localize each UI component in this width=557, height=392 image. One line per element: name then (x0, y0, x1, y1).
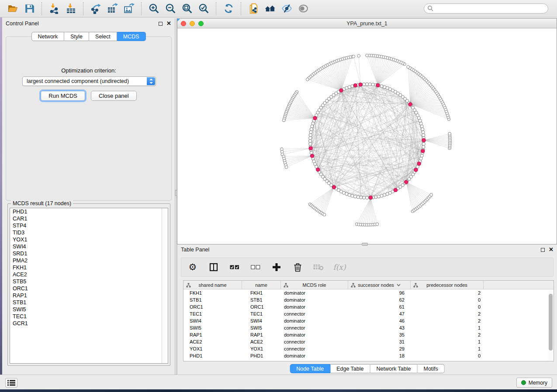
ring-node[interactable] (353, 195, 356, 198)
run-mcds-button[interactable]: Run MCDS (41, 91, 85, 101)
tab-node-table[interactable]: Node Table (290, 364, 330, 373)
select-all-icon[interactable] (229, 262, 240, 272)
close-panel-button[interactable]: Close panel (91, 91, 137, 101)
network-window-titlebar[interactable]: YPA_prune.txt_1 (177, 19, 557, 28)
ring-node[interactable] (365, 83, 368, 86)
ring-node[interactable] (419, 157, 422, 160)
minimize-window-icon[interactable] (190, 21, 195, 26)
ring-node[interactable] (309, 131, 312, 134)
ring-node[interactable] (356, 196, 360, 199)
column-header-MCDS-role[interactable]: MCDS role (281, 281, 348, 289)
mcds-result-node[interactable]: SWI5 (10, 306, 168, 313)
mcds-result-node[interactable]: TEC1 (10, 313, 168, 320)
gear-icon[interactable]: ⚙ (187, 262, 198, 272)
dominator-node[interactable] (310, 154, 314, 158)
show-hidden-eye-icon[interactable] (297, 2, 310, 15)
ring-node[interactable] (420, 125, 423, 128)
hide-selected-eye-icon[interactable] (280, 2, 293, 15)
table-row[interactable]: ORC1ORC1dominator610 (183, 303, 554, 310)
ring-node[interactable] (371, 83, 374, 86)
column-header-successor-nodes[interactable]: successor nodes (348, 281, 411, 289)
table-scrollbar-thumb[interactable] (549, 294, 553, 351)
dominator-node[interactable] (421, 149, 425, 153)
search-input[interactable] (424, 3, 548, 14)
leaf-node[interactable] (376, 223, 379, 226)
ring-node[interactable] (310, 151, 313, 154)
table-row[interactable]: RAP1RAP1dominator352 (183, 331, 554, 338)
ring-node[interactable] (380, 85, 383, 88)
dominator-node[interactable] (394, 188, 397, 192)
mcds-result-node[interactable]: RAP1 (10, 292, 168, 299)
mcds-result-node[interactable]: STP4 (10, 222, 168, 229)
tab-network-table[interactable]: Network Table (370, 364, 418, 373)
mcds-result-node[interactable]: YOX1 (10, 236, 168, 243)
mcds-list-scrollbar[interactable] (162, 208, 168, 363)
ring-node[interactable] (422, 134, 425, 137)
table-row[interactable]: FKH1FKH1dominator962 (183, 289, 554, 296)
ring-node[interactable] (309, 142, 312, 145)
table-row[interactable]: TEC1TEC1connector472 (183, 310, 554, 317)
ring-node[interactable] (310, 127, 313, 131)
ring-node[interactable] (422, 131, 425, 134)
save-icon[interactable] (23, 2, 36, 15)
float-panel-icon[interactable] (159, 22, 163, 26)
ring-node[interactable] (377, 195, 380, 198)
leaf-node[interactable] (430, 193, 433, 196)
ring-node[interactable] (421, 127, 424, 131)
ring-node[interactable] (383, 86, 386, 89)
task-history-button[interactable] (5, 378, 17, 388)
dominator-node[interactable] (369, 196, 373, 199)
ring-node[interactable] (311, 125, 314, 128)
unselect-all-icon[interactable] (250, 262, 261, 272)
leaf-node[interactable] (407, 65, 410, 69)
ring-node[interactable] (309, 137, 312, 140)
dominator-node[interactable] (353, 84, 357, 87)
mcds-result-node[interactable]: FKH1 (10, 264, 168, 271)
open-folder-icon[interactable] (6, 2, 19, 15)
horizontal-splitter-knob[interactable] (362, 243, 368, 246)
column-header-predecessor-nodes[interactable]: predecessor nodes (411, 281, 484, 289)
export-image-icon[interactable] (122, 2, 135, 15)
leaf-node[interactable] (306, 78, 309, 81)
table-row[interactable]: SWI5SWI5connector431 (183, 324, 554, 331)
ring-node[interactable] (374, 196, 377, 199)
network-canvas[interactable] (177, 28, 557, 244)
tab-select[interactable]: Select (89, 32, 117, 41)
column-header-shared-name[interactable]: shared name (183, 281, 242, 289)
mcds-result-node[interactable]: PMA2 (10, 257, 168, 264)
dominator-node[interactable] (339, 89, 343, 92)
mcds-result-node[interactable]: ACE2 (10, 271, 168, 278)
table-row[interactable]: PHD1PHD1dominator180 (183, 352, 554, 359)
import-network-icon[interactable] (48, 2, 61, 15)
ring-node[interactable] (308, 139, 311, 142)
ring-node[interactable] (309, 134, 312, 137)
dominator-node[interactable] (414, 168, 418, 172)
mcds-result-node[interactable]: CAR1 (10, 215, 168, 222)
zoom-window-icon[interactable] (198, 21, 204, 26)
mcds-result-node[interactable]: PHD1 (10, 208, 168, 215)
zoom-out-icon[interactable] (164, 2, 177, 15)
zoom-fit-icon[interactable] (180, 2, 194, 15)
column-header-name[interactable]: name (242, 281, 281, 289)
ring-node[interactable] (351, 194, 354, 197)
ring-node[interactable] (363, 83, 366, 86)
ring-node[interactable] (363, 196, 366, 199)
table-scrollbar[interactable] (548, 290, 554, 361)
dominator-node[interactable] (376, 83, 380, 87)
export-network-icon[interactable] (89, 2, 102, 15)
zoom-selected-icon[interactable] (197, 2, 210, 15)
export-table-icon[interactable] (106, 2, 119, 15)
dominator-node[interactable] (417, 162, 421, 165)
ring-node[interactable] (422, 145, 425, 148)
mcds-result-node[interactable]: STB1 (10, 299, 168, 306)
leaf-node[interactable] (357, 55, 360, 58)
dominator-node[interactable] (422, 138, 426, 142)
mcds-result-node[interactable]: GCR1 (10, 320, 168, 327)
tab-network[interactable]: Network (31, 32, 64, 41)
add-icon[interactable] (271, 262, 282, 272)
ring-node[interactable] (365, 196, 368, 199)
dominator-node[interactable] (405, 180, 408, 184)
tab-mcds[interactable]: MCDS (117, 32, 146, 41)
mcds-result-node[interactable]: ORC1 (10, 285, 168, 292)
zoom-in-icon[interactable] (147, 2, 160, 15)
